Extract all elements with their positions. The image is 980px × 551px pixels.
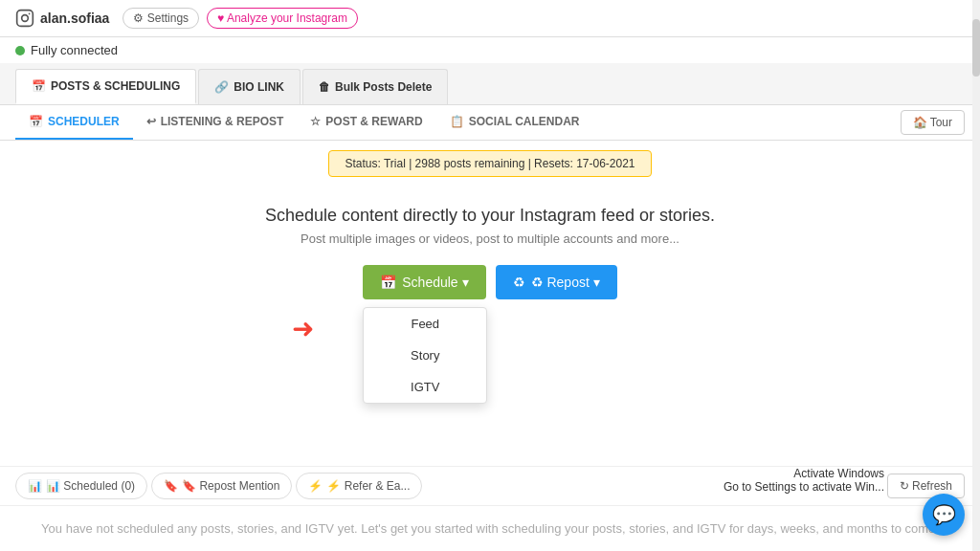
subtab-calendar-label: SOCIAL CALENDAR <box>469 115 580 128</box>
dropdown-item-feed[interactable]: Feed <box>364 308 486 340</box>
action-buttons: ➜ 📅 Schedule ▾ Feed Story IGTV ♻ ♻ Repos… <box>19 265 961 299</box>
status-banner-wrapper: Status: Trial | 2988 posts remaining | R… <box>0 141 980 187</box>
scheduled-icon: 📊 <box>28 479 42 493</box>
svg-point-2 <box>29 13 31 15</box>
subtab-reward-label: POST & REWARD <box>325 115 422 128</box>
empty-state: You have not scheduled any posts, storie… <box>0 506 980 551</box>
tab-bulk-delete[interactable]: 🗑 Bulk Posts Delete <box>302 69 448 104</box>
windows-watermark: Activate Windows Go to Settings to activ… <box>724 467 884 494</box>
settings-button[interactable]: ⚙ Settings <box>122 8 199 29</box>
bottom-tab-repost[interactable]: 🔖 🔖 Repost Mention <box>151 473 292 499</box>
dropdown-item-story[interactable]: Story <box>364 340 486 371</box>
username-label: alan.sofiaa <box>40 11 109 26</box>
tab-bio-label: BIO LINK <box>234 80 284 94</box>
repost-mention-icon: 🔖 <box>164 479 178 493</box>
status-banner-text: Status: Trial | 2988 posts remaining | R… <box>345 157 635 170</box>
svg-point-1 <box>22 15 29 22</box>
subtab-social-calendar[interactable]: 📋 SOCIAL CALENDAR <box>436 105 593 140</box>
schedule-dropdown-wrapper: 📅 Schedule ▾ Feed Story IGTV <box>363 265 485 299</box>
status-text: Fully connected <box>31 43 118 57</box>
red-arrow: ➜ <box>292 313 314 344</box>
repost-button[interactable]: ♻ ♻ Repost ▾ <box>496 265 617 299</box>
main-tabs: 📅 POSTS & SCHEDULING 🔗 BIO LINK 🗑 Bulk P… <box>0 63 980 105</box>
main-heading: Schedule content directly to your Instag… <box>19 206 961 226</box>
tab-posts-icon: 📅 <box>32 79 46 93</box>
analyze-button[interactable]: ♥ Analyze your Instagram <box>207 8 358 29</box>
refresh-button[interactable]: ↻ Refresh <box>887 474 965 498</box>
schedule-button[interactable]: 📅 Schedule ▾ <box>363 265 485 299</box>
refer-icon: ⚡ <box>308 479 323 493</box>
main-subheading: Post multiple images or videos, post to … <box>19 231 961 246</box>
main-content: Schedule content directly to your Instag… <box>0 187 980 466</box>
subtab-scheduler-icon: 📅 <box>29 115 43 128</box>
tour-button[interactable]: 🏠 Tour <box>901 110 965 135</box>
tab-bulk-label: Bulk Posts Delete <box>335 80 432 94</box>
status-dot <box>15 46 25 55</box>
status-banner: Status: Trial | 2988 posts remaining | R… <box>328 150 651 177</box>
sub-tabs: 📅 SCHEDULER ↩ LISTENING & REPOST ☆ POST … <box>0 105 980 141</box>
subtab-reward-icon: ☆ <box>310 115 321 128</box>
header-buttons: ⚙ Settings ♥ Analyze your Instagram <box>122 8 358 29</box>
subtab-scheduler-label: SCHEDULER <box>48 115 120 128</box>
scheduled-label: 📊 Scheduled (0) <box>46 479 135 493</box>
tab-bio-icon: 🔗 <box>214 80 229 94</box>
schedule-button-label: Schedule ▾ <box>402 275 468 290</box>
repost-button-label: ♻ Repost ▾ <box>531 275 600 290</box>
bottom-tab-scheduled[interactable]: 📊 📊 Scheduled (0) <box>15 473 147 499</box>
repost-mention-label: 🔖 Repost Mention <box>182 479 279 493</box>
tab-bulk-icon: 🗑 <box>319 80 330 94</box>
subtab-listening-label: LISTENING & REPOST <box>161 115 284 128</box>
refer-label: ⚡ Refer & Ea... <box>326 479 410 493</box>
svg-rect-0 <box>17 11 33 27</box>
subtab-post-reward[interactable]: ☆ POST & REWARD <box>297 105 435 140</box>
scrollbar-thumb[interactable] <box>972 19 980 77</box>
subtab-calendar-icon: 📋 <box>450 115 464 128</box>
chat-button[interactable]: 💬 <box>923 494 965 536</box>
windows-line2: Go to Settings to activate Win... <box>724 480 884 494</box>
subtab-listening-icon: ↩ <box>146 115 156 128</box>
header-logo: alan.sofiaa <box>15 9 109 28</box>
schedule-dropdown-menu: Feed Story IGTV <box>363 307 487 404</box>
chat-icon: 💬 <box>932 503 956 526</box>
bottom-tab-refer[interactable]: ⚡ ⚡ Refer & Ea... <box>296 473 422 499</box>
repost-icon: ♻ <box>513 275 525 290</box>
dropdown-item-igtv[interactable]: IGTV <box>364 371 486 403</box>
tab-posts-scheduling[interactable]: 📅 POSTS & SCHEDULING <box>15 69 196 104</box>
sub-tabs-right: 🏠 Tour <box>901 110 965 135</box>
subtab-scheduler[interactable]: 📅 SCHEDULER <box>15 105 133 140</box>
bottom-tabs-right: ↻ Refresh <box>887 474 965 498</box>
status-bar: Fully connected <box>0 37 980 63</box>
tab-posts-label: POSTS & SCHEDULING <box>51 79 180 93</box>
windows-line1: Activate Windows <box>724 467 884 480</box>
tab-bio-link[interactable]: 🔗 BIO LINK <box>198 69 301 104</box>
subtab-listening[interactable]: ↩ LISTENING & REPOST <box>133 105 298 140</box>
schedule-icon: 📅 <box>380 275 396 290</box>
header: alan.sofiaa ⚙ Settings ♥ Analyze your In… <box>0 0 980 37</box>
instagram-icon <box>15 9 34 28</box>
empty-state-text: You have not scheduled any posts, storie… <box>41 521 939 536</box>
